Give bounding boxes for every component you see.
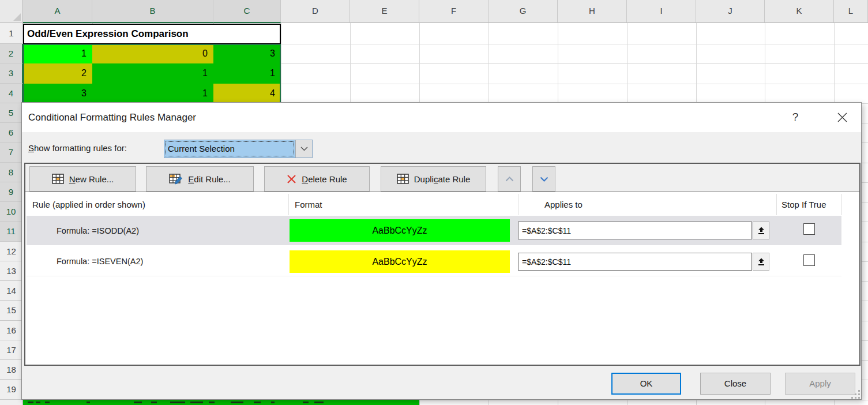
row-header-2[interactable]: 2: [0, 44, 23, 63]
clipped-cell-text: [231, 402, 243, 403]
row-header-9[interactable]: 9: [0, 182, 23, 202]
rule-row-isodd[interactable]: Formula: =ISODD(A2) AaBbCcYyZz: [27, 216, 841, 245]
column-header-stop-if-true: Stop If True: [781, 194, 826, 215]
row-header-3[interactable]: 3: [0, 63, 23, 83]
apply-button[interactable]: Apply: [785, 373, 855, 395]
clipped-cell-text: [209, 402, 215, 403]
column-header-rule: Rule (applied in order shown): [32, 194, 145, 215]
ok-button[interactable]: OK: [611, 373, 681, 395]
help-icon[interactable]: ?: [787, 109, 803, 125]
clipped-cell-text: [28, 402, 33, 403]
chevron-down-icon: [540, 177, 548, 182]
clipped-cell-text: [134, 402, 142, 403]
collapse-dialog-button[interactable]: [753, 222, 769, 239]
row-header-6[interactable]: 6: [0, 123, 23, 142]
row-header-5[interactable]: 5: [0, 103, 23, 123]
clipped-cell-text: [36, 402, 40, 403]
rule-description: Formula: =ISEVEN(A2): [57, 247, 143, 276]
column-header-D[interactable]: D: [281, 0, 350, 23]
conditional-formatting-rules-manager-dialog: Conditional Formatting Rules Manager ? S…: [21, 102, 862, 400]
row-header-19[interactable]: 19: [0, 380, 23, 399]
column-header-K[interactable]: K: [765, 0, 834, 23]
stop-if-true-checkbox[interactable]: [803, 223, 815, 235]
clipped-cell-text: [271, 402, 275, 403]
row-header-1[interactable]: 1: [0, 23, 23, 44]
delete-rule-button[interactable]: Delete Rule: [264, 166, 370, 192]
range-picker-arrow-icon: [757, 227, 765, 235]
clipped-cell-text: [190, 402, 203, 403]
new-rule-button[interactable]: New Rule...: [29, 166, 136, 192]
clipped-cell-text: [303, 402, 309, 403]
row-header-4[interactable]: 4: [0, 84, 23, 103]
cell-A20[interactable]: [23, 400, 92, 405]
format-preview-swatch: AaBbCcYyZz: [290, 219, 510, 242]
row-header-7[interactable]: 7: [0, 142, 23, 162]
row-header-10[interactable]: 10: [0, 202, 23, 222]
scope-dropdown[interactable]: Current Selection: [164, 140, 313, 158]
cell-E20[interactable]: [350, 400, 419, 405]
clipped-cell-text: [87, 402, 90, 403]
applies-to-input[interactable]: [518, 222, 752, 239]
row-header-8[interactable]: 8: [0, 163, 23, 182]
row-header-14[interactable]: 14: [0, 281, 23, 301]
resize-grip[interactable]: [851, 390, 861, 399]
column-header-G[interactable]: G: [489, 0, 558, 23]
clipped-cell-text: [151, 402, 157, 403]
edit-rule-pencil-icon: [169, 174, 183, 185]
edit-rule-button[interactable]: Edit Rule...: [146, 166, 254, 192]
row-header-12[interactable]: 12: [0, 242, 23, 261]
chevron-down-icon[interactable]: [295, 140, 312, 158]
rule-description: Formula: =ISODD(A2): [57, 216, 139, 245]
clipped-cell-text: [314, 402, 324, 403]
column-header-J[interactable]: J: [696, 0, 765, 23]
column-header-H[interactable]: H: [558, 0, 627, 23]
clipped-cell-text: [254, 402, 261, 403]
row-header-11[interactable]: 11: [0, 222, 23, 241]
dialog-title: Conditional Formatting Rules Manager: [28, 103, 196, 132]
format-preview-swatch: AaBbCcYyZz: [290, 250, 510, 273]
delete-x-icon: [287, 174, 296, 184]
excel-window: ABCDEFGHIJKL 123456789101112131415161718…: [0, 0, 868, 405]
clipped-cell-text: [45, 402, 50, 403]
close-button[interactable]: Close: [700, 373, 771, 395]
dialog-titlebar[interactable]: Conditional Formatting Rules Manager ?: [22, 103, 861, 132]
close-icon[interactable]: [833, 109, 851, 125]
stop-if-true-checkbox[interactable]: [803, 254, 815, 266]
rule-row-iseven[interactable]: Formula: =ISEVEN(A2) AaBbCcYyZz: [27, 247, 841, 276]
chevron-up-icon: [505, 177, 514, 182]
column-header-B[interactable]: B: [92, 0, 213, 23]
select-all-corner[interactable]: [0, 0, 23, 23]
column-header-C[interactable]: C: [213, 0, 281, 23]
move-rule-down-button[interactable]: [532, 166, 555, 192]
row-header-15[interactable]: 15: [0, 301, 23, 320]
column-header-A[interactable]: A: [23, 0, 92, 23]
cell-A1-title[interactable]: Odd/Even Expression Comparison: [23, 24, 281, 44]
new-rule-grid-icon: [52, 174, 64, 184]
row-header-13[interactable]: 13: [0, 261, 23, 281]
row-header-16[interactable]: 16: [0, 321, 23, 340]
select-all-triangle-icon: [13, 13, 21, 21]
collapse-dialog-button[interactable]: [753, 253, 769, 271]
row-header-17[interactable]: 17: [0, 340, 23, 360]
duplicate-rule-button[interactable]: Duplicate Rule: [381, 166, 486, 192]
column-header-E[interactable]: E: [350, 0, 419, 23]
move-rule-up-button[interactable]: [498, 166, 521, 192]
column-header-format: Format: [295, 194, 322, 215]
column-header-applies-to: Applies to: [544, 194, 583, 215]
clipped-cell-text: [170, 402, 185, 403]
column-header-F[interactable]: F: [419, 0, 489, 23]
row-header-20[interactable]: 20: [0, 400, 23, 405]
applies-to-input[interactable]: [518, 253, 752, 271]
range-picker-arrow-icon: [757, 258, 765, 266]
column-header-I[interactable]: I: [627, 0, 696, 23]
row-header-18[interactable]: 18: [0, 360, 23, 380]
rules-list-panel: New Rule... Edit Rule... Delete Rule Dup…: [24, 163, 861, 366]
duplicate-rule-grid-icon: [397, 174, 409, 184]
show-formatting-rules-label: Show formatting rules for:: [28, 139, 127, 158]
column-header-L[interactable]: L: [834, 0, 868, 23]
scope-dropdown-value[interactable]: Current Selection: [164, 140, 295, 158]
